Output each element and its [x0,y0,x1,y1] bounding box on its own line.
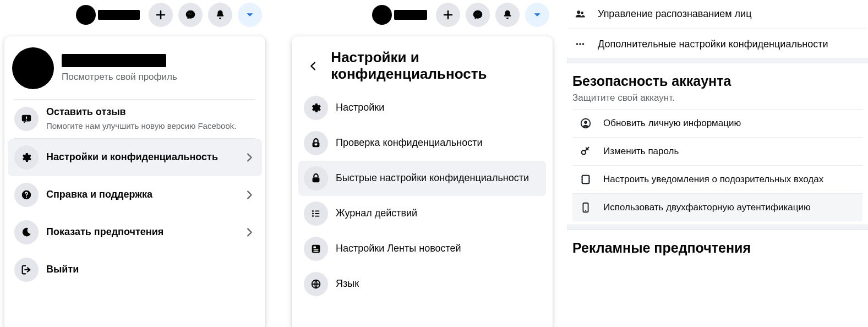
key-icon [578,145,593,157]
panel-account-menu: Посмотреть свой профиль Оставить отзыв П… [0,0,270,327]
users-icon [572,8,588,20]
arrow-left-icon [307,60,319,72]
create-button[interactable] [149,3,173,27]
row-label: Изменить пароль [603,146,679,157]
avatar-icon [12,47,54,89]
row-label: Дополнительные настройки конфиденциально… [598,39,828,50]
section-gap [567,225,868,230]
lock-icon [304,166,328,190]
list-icon [304,201,328,226]
face-recognition-row[interactable]: Управление распознаванием лиц [567,0,868,28]
section-title: Рекламные предпочтения [572,240,862,256]
menu-label: Проверка конфиденциальности [336,137,541,149]
profile-name-redacted [62,54,166,67]
menu-label: Настройки [336,102,541,114]
topbar [287,0,557,33]
settings-menu-list: Настройки Проверка конфиденциальности Бы… [295,87,549,305]
settings-privacy-dropdown: Настройки и конфиденциальность Настройки… [292,36,553,327]
profile-chip[interactable] [76,4,143,26]
help-support-row[interactable]: Справка и поддержка [8,176,262,214]
account-menu-button[interactable] [238,3,262,27]
caret-down-icon [531,9,543,21]
globe-icon [304,272,328,296]
feedback-title: Оставить отзыв [46,106,255,118]
alert-box-icon [578,173,593,186]
profile-chip[interactable] [372,4,430,26]
privacy-shortcuts-row[interactable]: Быстрые настройки конфиденциальности [298,161,546,196]
divider [568,29,867,29]
two-factor-auth-row[interactable]: Использовать двухфакторную аутентификаци… [572,193,862,221]
avatar-icon [76,5,96,25]
menu-label: Справка и поддержка [46,189,236,201]
notifications-button[interactable] [495,3,520,27]
gear-icon [14,145,39,170]
menu-label: Показать предпочтения [46,226,236,238]
profile-name-redacted [394,10,427,20]
bell-icon [501,9,514,21]
menu-label: Журнал действий [336,208,541,220]
menu-label: Язык [336,278,541,290]
section-gap [567,58,868,63]
bell-icon [214,9,226,21]
lock-heart-icon [304,131,328,155]
messenger-button[interactable] [178,3,203,27]
settings-row[interactable]: Настройки [298,90,546,126]
update-personal-info-row[interactable]: Обновить личную информацию [572,109,862,137]
menu-label: Настройки Ленты новостей [336,243,541,255]
feedback-sub: Помогите нам улучшить новую версию Faceb… [46,121,255,132]
panel-title: Настройки и конфиденциальность [331,50,542,83]
section-title: Безопасность аккаунта [572,73,862,89]
view-profile-label: Посмотреть свой профиль [62,72,177,83]
phone-icon [578,201,593,214]
notifications-button[interactable] [208,3,232,27]
feed-icon [304,237,328,261]
row-label: Управление распознаванием лиц [598,8,751,20]
moon-icon [14,220,39,244]
create-button[interactable] [436,3,460,27]
topbar [0,0,270,33]
settings-privacy-row[interactable]: Настройки и конфиденциальность [8,139,262,176]
caret-down-icon [244,9,256,21]
row-label: Обновить личную информацию [603,118,741,129]
news-feed-prefs-row[interactable]: Настройки Ленты новостей [298,231,546,266]
ad-preferences-section: Рекламные предпочтения [567,230,868,276]
chevron-right-icon [243,151,255,164]
view-profile-row[interactable]: Посмотреть свой профиль [8,42,262,99]
panel-header: Настройки и конфиденциальность [295,42,549,87]
feedback-row[interactable]: Оставить отзыв Помогите нам улучшить нов… [8,100,262,138]
avatar-icon [372,5,392,25]
account-security-section: Безопасность аккаунта Защитите свой акка… [567,63,868,225]
messenger-icon [184,9,196,21]
menu-label: Настройки и конфиденциальность [46,151,236,164]
account-menu-button[interactable] [525,3,549,27]
plus-icon [154,8,167,21]
messenger-button[interactable] [466,3,490,27]
panel-settings-privacy: Настройки и конфиденциальность Настройки… [287,0,557,327]
chevron-right-icon [243,226,255,238]
menu-label: Быстрые настройки конфиденциальности [336,172,541,184]
chevron-right-icon [243,189,255,201]
section-desc: Защитите свой аккаунт. [572,92,862,103]
back-button[interactable] [303,54,323,78]
dots-icon [572,38,588,50]
row-label: Настроить уведомления о подозрительных в… [603,174,823,185]
activity-log-row[interactable]: Журнал действий [298,196,546,231]
help-icon [14,183,39,207]
account-dropdown: Посмотреть свой профиль Оставить отзыв П… [4,36,265,327]
gear-icon [304,96,328,120]
login-alerts-row[interactable]: Настроить уведомления о подозрительных в… [572,165,862,193]
profile-name-redacted [98,10,140,20]
language-row[interactable]: Язык [298,266,546,302]
feedback-icon [14,107,39,131]
profile-icon [578,117,593,129]
menu-label: Выйти [46,264,255,276]
change-password-row[interactable]: Изменить пароль [572,137,862,165]
privacy-checkup-row[interactable]: Проверка конфиденциальности [298,126,546,161]
plus-icon [441,8,455,21]
panel-privacy-shortcuts: Управление распознаванием лиц Дополнител… [567,0,868,327]
display-preferences-row[interactable]: Показать предпочтения [8,214,262,251]
more-privacy-settings-row[interactable]: Дополнительные настройки конфиденциально… [567,30,868,58]
logout-row[interactable]: Выйти [8,251,262,288]
logout-icon [14,258,39,282]
row-label: Использовать двухфакторную аутентификаци… [603,202,811,213]
